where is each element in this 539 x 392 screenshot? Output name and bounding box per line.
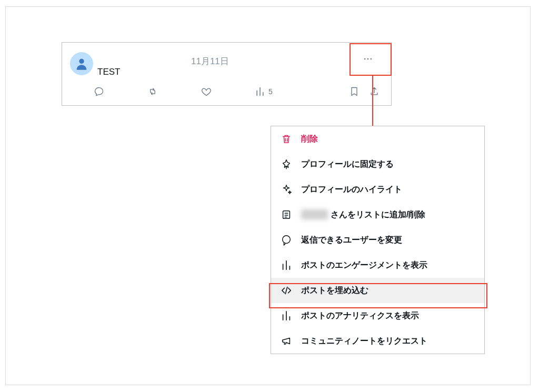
outer-frame: 11月11日 TEST 5 削除プロフィールに固定するプロフィールのハイライト█…: [5, 6, 531, 385]
bookmark-icon[interactable]: [349, 86, 360, 97]
analytics-button[interactable]: 5: [255, 86, 273, 97]
trash-icon: [281, 133, 292, 145]
menu-item-list[interactable]: ████ さんをリストに追加/削除: [271, 202, 484, 227]
menu-item-label: プロフィールに固定する: [301, 159, 394, 170]
context-menu: 削除プロフィールに固定するプロフィールのハイライト████ さんをリストに追加/…: [271, 126, 485, 354]
more-button[interactable]: [357, 52, 379, 66]
menu-item-label: ████ さんをリストに追加/削除: [301, 209, 425, 220]
list-icon: [281, 209, 292, 220]
menu-item-megaphone[interactable]: コミュニティノートをリクエスト: [271, 328, 484, 354]
avatar[interactable]: [70, 52, 93, 75]
menu-item-label: ポストのアナリティクスを表示: [301, 310, 419, 321]
tweet-card: 11月11日 TEST 5: [62, 42, 392, 106]
sparkle-icon: [281, 184, 292, 195]
menu-item-label: コミュニティノートをリクエスト: [301, 336, 427, 347]
tweet-date: 11月11日: [191, 55, 229, 67]
comment-icon: [281, 234, 292, 246]
bars-icon: [281, 310, 292, 321]
reply-button[interactable]: [94, 86, 104, 97]
share-icon[interactable]: [369, 86, 380, 97]
menu-item-label: 返信できるユーザーを変更: [301, 235, 402, 246]
menu-item-code[interactable]: ポストを埋め込む: [271, 278, 484, 303]
heart-icon: [201, 86, 212, 97]
code-icon: [281, 285, 292, 296]
menu-item-sparkle[interactable]: プロフィールのハイライト: [271, 177, 484, 202]
like-button[interactable]: [201, 86, 212, 97]
menu-item-pin[interactable]: プロフィールに固定する: [271, 152, 484, 177]
retweet-button[interactable]: [147, 86, 158, 97]
menu-item-bars[interactable]: ポストのエンゲージメントを表示: [271, 253, 484, 278]
menu-item-label: プロフィールのハイライト: [301, 184, 402, 195]
bars-icon: [281, 259, 292, 271]
tweet-actions: 5: [94, 85, 380, 98]
pin-icon: [281, 158, 292, 170]
menu-item-comment[interactable]: 返信できるユーザーを変更: [271, 227, 484, 253]
menu-item-label: 削除: [301, 134, 318, 145]
bars-icon: [255, 86, 265, 97]
more-icon: [363, 54, 373, 64]
reply-icon: [94, 86, 104, 97]
retweet-icon: [147, 86, 158, 97]
tweet-handle[interactable]: TEST: [97, 67, 120, 77]
analytics-count: 5: [268, 87, 273, 96]
menu-item-label: ポストを埋め込む: [301, 285, 368, 296]
menu-item-trash[interactable]: 削除: [271, 126, 484, 152]
menu-item-bars[interactable]: ポストのアナリティクスを表示: [271, 303, 484, 328]
menu-item-label: ポストのエンゲージメントを表示: [301, 260, 427, 271]
megaphone-icon: [281, 335, 292, 347]
